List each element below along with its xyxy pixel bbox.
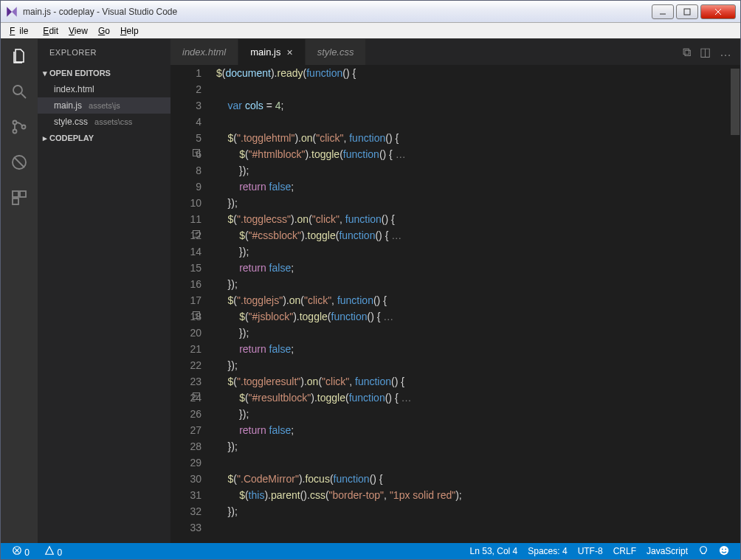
code-line[interactable] [216,454,730,471]
menu-go[interactable]: Go [94,24,114,38]
code-line[interactable]: var cols = 4; [216,97,730,114]
close-button[interactable] [700,4,736,19]
code-line[interactable]: return false; [216,179,730,195]
status-language[interactable]: JavaScript [641,546,693,556]
code-line[interactable]: }); [216,243,730,260]
activity-scm[interactable] [8,116,30,138]
open-editor-item[interactable]: index.html [38,81,170,97]
tab-stylecss[interactable]: style.css [306,39,367,65]
line-number: 14 [170,243,201,260]
code-content[interactable]: $(document).ready(function() { var cols … [215,65,730,543]
file-path: assets\js [89,101,120,110]
code-line[interactable] [216,519,730,536]
code-line[interactable]: $(".CodeMirror").focus(function() { [216,471,730,487]
open-editors-label: OPEN EDITORS [49,69,111,77]
line-number: 33 [170,519,201,536]
code-line[interactable]: $(this).parent().css("border-top", "1px … [216,487,730,503]
tab-mainjs[interactable]: main.js× [238,39,305,65]
activity-extensions[interactable] [8,187,30,209]
svg-rect-11 [13,191,18,197]
line-number: 20 [170,325,201,341]
tab-label: main.js [250,46,280,58]
minimize-button[interactable] [652,4,674,19]
section-project[interactable]: ▸CODEPLAY [38,130,170,146]
status-errors[interactable]: 0 [7,545,35,558]
code-line[interactable]: $("#htmlblock").toggle(function() { … [216,146,730,162]
code-line[interactable]: return false; [216,260,730,276]
tab-indexhtml[interactable]: index.html [170,39,238,65]
compare-icon[interactable]: ⧉ [683,46,691,59]
status-cursor[interactable]: Ln 53, Col 4 [465,546,523,556]
code-line[interactable]: return false; [216,422,730,438]
close-icon[interactable]: × [286,46,292,58]
line-number: 9 [170,179,201,195]
code-line[interactable]: $("#resultblock").toggle(function() { … [216,390,730,406]
menu-help[interactable]: Help [116,24,143,38]
line-number: 31 [170,487,201,503]
line-number: 15 [170,260,201,276]
activity-explorer[interactable] [8,45,30,67]
activity-debug[interactable] [8,151,30,173]
fold-icon[interactable]: + [193,149,200,156]
section-open-editors[interactable]: ▾OPEN EDITORS [38,65,170,81]
code-line[interactable] [216,114,730,130]
code-line[interactable]: }); [216,162,730,179]
feedback-icon[interactable] [693,545,714,558]
code-line[interactable]: $(".togglecss").on("click", function() { [216,211,730,227]
status-encoding[interactable]: UTF-8 [573,546,608,556]
code-line[interactable]: $(document).ready(function() { [216,65,730,81]
code-line[interactable]: $(".togglejs").on("click", function() { [216,292,730,308]
status-eol[interactable]: CRLF [608,546,641,556]
code-line[interactable]: }); [216,503,730,519]
sidebar: EXPLORER ▾OPEN EDITORS index.htmlmain.js… [38,39,170,543]
window-title: main.js - codeplay - Visual Studio Code [23,7,652,17]
split-editor-icon[interactable]: ◫ [700,45,711,59]
files-icon [10,47,28,65]
line-number: 16 [170,276,201,292]
error-icon [12,545,22,556]
titlebar[interactable]: main.js - codeplay - Visual Studio Code [1,1,740,23]
open-editor-item[interactable]: main.jsassets\js [38,97,170,114]
fold-icon[interactable]: + [193,230,200,238]
menubar: File Edit View Go Help [1,23,740,39]
open-editor-item[interactable]: style.cssassets\css [38,114,170,130]
scrollbar[interactable] [730,65,740,543]
line-number: 18+ [170,308,201,325]
activity-search[interactable] [8,80,30,103]
maximize-button[interactable] [676,4,698,19]
code-line[interactable]: $("#cssblock").toggle(function() { … [216,227,730,243]
status-warnings[interactable]: 0 [39,545,67,558]
smile-icon[interactable] [714,545,734,558]
line-number: 32 [170,503,201,519]
code-line[interactable]: }); [216,276,730,292]
fold-icon[interactable]: + [193,393,200,400]
menu-file[interactable]: File [5,24,37,38]
code-line[interactable]: $(".togglehtml").on("click", function() … [216,130,730,146]
fold-icon[interactable]: + [193,311,200,319]
error-count: 0 [24,547,30,558]
svg-point-7 [13,130,17,134]
more-icon[interactable]: … [720,46,731,59]
code-line[interactable]: $("#jsblock").toggle(function() { … [216,308,730,325]
svg-point-4 [13,86,22,94]
code-line[interactable]: }); [216,325,730,341]
code-line[interactable]: }); [216,195,730,211]
file-path: assets\css [94,117,132,126]
menu-view[interactable]: View [64,24,92,38]
scroll-thumb[interactable] [731,69,740,135]
file-name: main.js [54,100,82,111]
code-line[interactable] [216,81,730,97]
window-buttons [652,4,736,19]
code-line[interactable]: }); [216,438,730,454]
code-line[interactable]: return false; [216,341,730,357]
code-line[interactable]: $(".toggleresult").on("click", function(… [216,373,730,390]
menu-edit[interactable]: Edit [38,24,63,38]
code-editor[interactable]: 123456+89101112+1415161718+2021222324+26… [170,65,740,543]
code-line[interactable]: }); [216,406,730,422]
svg-line-10 [14,157,24,167]
code-line[interactable]: }); [216,357,730,373]
line-number: 28 [170,438,201,454]
statusbar: 0 0 Ln 53, Col 4 Spaces: 4 UTF-8 CRLF Ja… [1,543,740,559]
git-icon [10,118,28,136]
status-spaces[interactable]: Spaces: 4 [523,546,572,556]
